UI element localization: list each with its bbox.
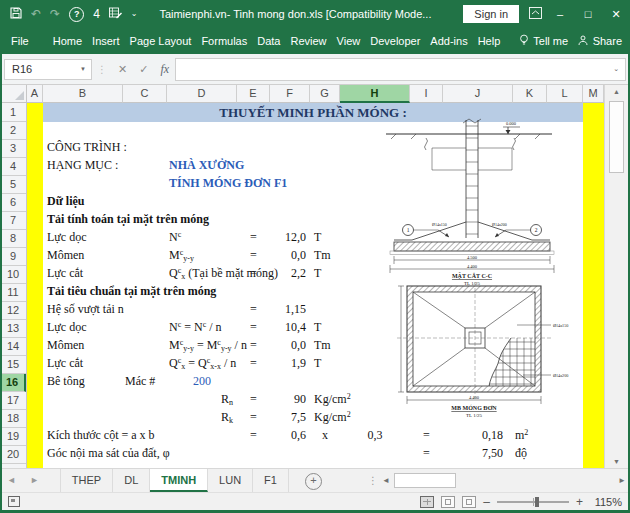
ribbon-tab-developer[interactable]: Developer bbox=[365, 28, 425, 54]
enter-icon[interactable]: ✓ bbox=[133, 63, 154, 76]
column-header[interactable]: A bbox=[27, 85, 43, 103]
save-icon[interactable] bbox=[10, 5, 22, 23]
cell-e19[interactable]: = bbox=[237, 428, 270, 446]
row-header[interactable]: 2 bbox=[0, 122, 26, 140]
row-header[interactable]: 18 bbox=[0, 410, 26, 428]
tab-splitter-dots-icon[interactable]: ⋮ bbox=[368, 469, 378, 492]
horizontal-scrollbar[interactable]: ◄ ► bbox=[382, 473, 628, 488]
cell-h19[interactable]: 0,3 bbox=[340, 428, 410, 446]
cell-b3[interactable]: CÔNG TRÌNH : bbox=[47, 140, 127, 158]
column-header[interactable]: D bbox=[167, 85, 237, 103]
qat-sheet-icon[interactable] bbox=[109, 5, 122, 23]
cell-g15[interactable]: T bbox=[314, 356, 321, 374]
cell-g8[interactable]: T bbox=[314, 230, 321, 248]
cell-b19[interactable]: Kích thước cột = a x b bbox=[47, 428, 155, 446]
cell-d16[interactable]: 200 bbox=[193, 374, 211, 392]
sheet-tab-lun[interactable]: LUN bbox=[208, 469, 253, 492]
cell-g14[interactable]: Tm bbox=[314, 338, 331, 356]
cell-d8[interactable]: Nc bbox=[169, 230, 181, 248]
ribbon-tab-formulas[interactable]: Formulas bbox=[196, 28, 252, 54]
cell-b11[interactable]: Tải tiêu chuẩn tại mặt trên móng bbox=[47, 284, 216, 302]
cell-b15[interactable]: Lực cắt bbox=[47, 356, 83, 374]
row-header[interactable]: 12 bbox=[0, 302, 26, 320]
cell-b8[interactable]: Lực dọc bbox=[47, 230, 87, 248]
zoom-slider[interactable] bbox=[497, 496, 569, 508]
ribbon-display-options-icon[interactable] bbox=[529, 5, 542, 23]
cell-e13[interactable]: = bbox=[237, 320, 270, 338]
cell-f19[interactable]: 0,6 bbox=[270, 428, 306, 446]
cell-g19[interactable]: x bbox=[310, 428, 340, 446]
cell-b13[interactable]: Lực dọc bbox=[47, 320, 87, 338]
sheet-tab-tminh-active[interactable]: TMINH bbox=[150, 469, 208, 492]
sheet-tab-dl[interactable]: DL bbox=[113, 469, 150, 492]
row-header[interactable]: 8 bbox=[0, 230, 26, 248]
row-header[interactable]: 1 bbox=[0, 103, 26, 122]
cell-d18[interactable]: Rk bbox=[167, 410, 233, 428]
cell-b4[interactable]: HẠNG MỤC : bbox=[47, 158, 118, 176]
row-header[interactable]: 20 bbox=[0, 446, 26, 464]
cell-e12[interactable]: = bbox=[237, 302, 270, 320]
cell-b16[interactable]: Bê tông bbox=[47, 374, 85, 392]
cell-f10[interactable]: 2,2 bbox=[270, 266, 306, 284]
cell-e17[interactable]: = bbox=[237, 392, 270, 410]
cell-g18[interactable]: Kg/cm2 bbox=[314, 410, 351, 428]
cell-i20[interactable]: = bbox=[410, 446, 443, 464]
expand-formula-bar-icon[interactable]: ⌄ bbox=[613, 65, 619, 73]
name-box[interactable]: R16 ▼ bbox=[4, 59, 92, 80]
formula-input[interactable]: ⌄ bbox=[175, 58, 626, 81]
name-box-dropdown-icon[interactable]: ▼ bbox=[80, 66, 86, 72]
macro-record-icon[interactable] bbox=[8, 496, 20, 507]
ribbon-tab-page-layout[interactable]: Page Layout bbox=[125, 28, 197, 54]
row-header[interactable]: 10 bbox=[0, 266, 26, 284]
scroll-up-icon[interactable]: ▲ bbox=[605, 88, 628, 95]
column-header[interactable]: C bbox=[123, 85, 167, 103]
close-button[interactable]: ✕ bbox=[602, 0, 630, 28]
ribbon-tab-file[interactable]: File bbox=[6, 28, 34, 54]
redo-icon[interactable]: ↷ bbox=[50, 8, 60, 20]
cancel-icon[interactable]: ✕ bbox=[112, 63, 133, 76]
row-header[interactable]: 7 bbox=[0, 212, 26, 230]
qat-customize-icon[interactable]: ⌄ bbox=[131, 8, 138, 20]
row-header[interactable]: 13 bbox=[0, 320, 26, 338]
page-break-view-icon[interactable] bbox=[462, 496, 476, 508]
column-header-selected[interactable]: H bbox=[340, 85, 410, 103]
cell-d13[interactable]: Nc = Nc / n bbox=[169, 320, 222, 338]
row-header[interactable]: 15 bbox=[0, 356, 26, 374]
ribbon-tab-insert[interactable]: Insert bbox=[87, 28, 125, 54]
column-header[interactable]: E bbox=[237, 85, 270, 103]
row-header[interactable]: 9 bbox=[0, 248, 26, 266]
cell-e14[interactable]: = bbox=[237, 338, 270, 356]
cell-f13[interactable]: 10,4 bbox=[270, 320, 306, 338]
cell-f12[interactable]: 1,15 bbox=[270, 302, 306, 320]
help-icon[interactable]: ? bbox=[69, 7, 84, 22]
select-all-corner[interactable] bbox=[0, 85, 27, 103]
zoom-level[interactable]: 115% bbox=[590, 496, 622, 508]
foundation-section-drawing[interactable]: 0.000 1 2 Ø14a150 Ø14a200 4.500 4.400 MẶ… bbox=[380, 118, 565, 285]
cell-d15[interactable]: Qcx = Qcx-x / n bbox=[169, 356, 236, 374]
zoom-slider-thumb[interactable] bbox=[535, 497, 539, 507]
cell-d4[interactable]: NHÀ XƯỞNG bbox=[169, 158, 244, 176]
cell-g17[interactable]: Kg/cm2 bbox=[314, 392, 351, 410]
column-header[interactable]: M bbox=[583, 85, 604, 103]
horizontal-scroll-thumb[interactable] bbox=[394, 473, 456, 488]
column-a-fill[interactable] bbox=[27, 103, 43, 468]
scroll-left-icon[interactable]: ◄ bbox=[382, 473, 390, 488]
sheet-tab-f1[interactable]: F1 bbox=[253, 469, 289, 492]
foundation-plan-drawing[interactable]: Ø14a150 Ø14a200 4.400 MB MÓNG ĐƠN TL 1/2… bbox=[393, 282, 593, 417]
column-header[interactable]: F bbox=[270, 85, 310, 103]
minimize-button[interactable]: – bbox=[546, 0, 574, 28]
sign-in-button[interactable]: Sign in bbox=[463, 5, 519, 23]
row-header[interactable]: 19 bbox=[0, 428, 26, 446]
sheet-tab-thep[interactable]: THEP bbox=[60, 469, 113, 492]
row-header[interactable]: 14 bbox=[0, 338, 26, 356]
scroll-down-icon[interactable]: ▼ bbox=[605, 458, 628, 465]
sheet-prev-icon[interactable]: ◄ bbox=[0, 469, 23, 492]
cell-k19[interactable]: m2 bbox=[515, 428, 528, 446]
row-header[interactable]: 6 bbox=[0, 194, 26, 212]
cell-b7[interactable]: Tải tính toán tại mặt trên móng bbox=[47, 212, 209, 230]
column-header[interactable]: K bbox=[513, 85, 547, 103]
row-header[interactable]: 11 bbox=[0, 284, 26, 302]
insert-function-icon[interactable]: fx bbox=[154, 62, 175, 77]
column-header[interactable]: L bbox=[547, 85, 583, 103]
cell-b6[interactable]: Dữ liệu bbox=[47, 194, 85, 212]
